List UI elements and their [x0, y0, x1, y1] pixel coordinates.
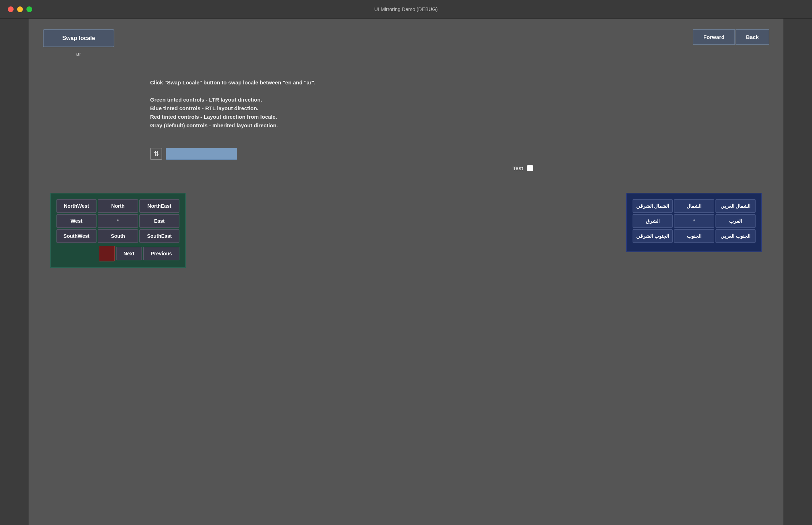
test-checkbox[interactable] [527, 165, 533, 171]
instruction-line1: Click "Swap Locale" button to swap local… [150, 78, 769, 87]
swap-locale-button[interactable]: Swap locale [43, 29, 114, 47]
instruction-line3: Blue tinted controls - RTL layout direct… [150, 104, 769, 113]
toolbar: Swap locale ar Forward Back [29, 19, 783, 60]
rtl-west-button[interactable]: الغرب [716, 214, 756, 228]
instruction-line5: Gray (default) controls - Inherited layo… [150, 121, 769, 130]
ltr-southeast-button[interactable]: SouthEast [139, 229, 179, 243]
ltr-east-button[interactable]: East [139, 214, 179, 228]
minimize-button[interactable] [17, 6, 23, 12]
test-label: Test [513, 165, 523, 171]
rtl-southwest-button[interactable]: الجنوب الغربي [716, 229, 756, 243]
panels-row: NorthWest North NorthEast West * East So… [29, 193, 783, 268]
ltr-west-button[interactable]: West [56, 214, 96, 228]
spinner-button[interactable]: ⇅ [150, 148, 162, 160]
ltr-compass-panel: NorthWest North NorthEast West * East So… [50, 193, 186, 268]
rtl-northeast-button[interactable]: الشمال الشرقي [633, 199, 673, 213]
instruction-line4: Red tinted controls - Layout direction f… [150, 113, 769, 121]
title-bar: UI Mirroring Demo (DEBUG) [0, 0, 812, 19]
ltr-southwest-button[interactable]: SouthWest [56, 229, 96, 243]
rtl-southeast-button[interactable]: الجنوب الشرقي [633, 229, 673, 243]
ltr-north-button[interactable]: North [98, 199, 138, 213]
input-row: ⇅ [136, 148, 783, 160]
rtl-south-button[interactable]: الجنوب [674, 229, 714, 243]
ltr-compass-grid: NorthWest North NorthEast West * East So… [56, 199, 179, 243]
text-input-field[interactable] [166, 148, 237, 160]
swap-locale-area: Swap locale ar [43, 29, 114, 57]
main-window: Swap locale ar Forward Back Click "Swap … [29, 19, 783, 525]
rtl-center-button[interactable]: * [674, 214, 714, 228]
locale-value: ar [76, 51, 81, 57]
rtl-northwest-button[interactable]: الشمال الغربي [716, 199, 756, 213]
ltr-next-button[interactable]: Next [116, 247, 142, 260]
color-swatch [99, 246, 115, 261]
maximize-button[interactable] [26, 6, 32, 12]
instruction-line2: Green tinted controls - LTR layout direc… [150, 95, 769, 104]
test-row: Test [136, 165, 783, 171]
window-title: UI Mirroring Demo (DEBUG) [374, 6, 437, 12]
back-button[interactable]: Back [736, 29, 769, 45]
rtl-north-button[interactable]: الشمال [674, 199, 714, 213]
instructions-area: Click "Swap Locale" button to swap local… [136, 71, 783, 137]
forward-button[interactable]: Forward [693, 29, 735, 45]
ltr-action-row: Next Previous [56, 246, 179, 261]
ltr-center-button[interactable]: * [98, 214, 138, 228]
ltr-northeast-button[interactable]: NorthEast [139, 199, 179, 213]
rtl-east-button[interactable]: الشرق [633, 214, 673, 228]
ltr-south-button[interactable]: South [98, 229, 138, 243]
rtl-compass-panel: الشمال الغربي الشمال الشمال الشرقي الغرب… [626, 193, 762, 252]
traffic-lights [8, 6, 32, 12]
nav-buttons: Forward Back [693, 29, 769, 45]
rtl-compass-grid: الشمال الغربي الشمال الشمال الشرقي الغرب… [633, 199, 756, 243]
ltr-previous-button[interactable]: Previous [143, 247, 179, 260]
ltr-northwest-button[interactable]: NorthWest [56, 199, 96, 213]
close-button[interactable] [8, 6, 14, 12]
